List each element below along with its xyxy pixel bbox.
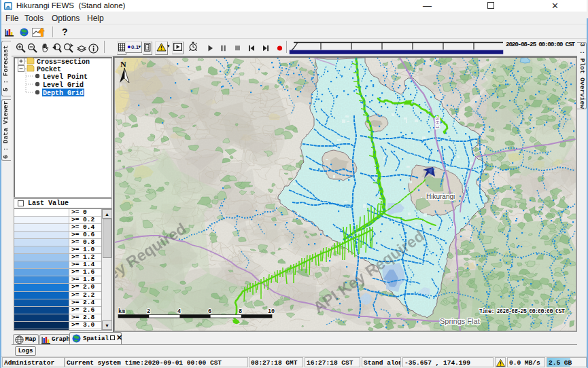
svg-text:km: km xyxy=(118,308,125,315)
svg-text:2: 2 xyxy=(147,308,150,315)
svg-text:Cross=section: Cross=section xyxy=(37,58,90,66)
svg-text:8: 8 xyxy=(239,308,242,315)
svg-text:Springs Flat: Springs Flat xyxy=(440,317,480,325)
svg-text:Hikurangi: Hikurangi xyxy=(426,193,455,200)
svg-text:6: 6 xyxy=(208,308,211,315)
svg-text:Time: 2020-08-25 00:00:00 CST: Time: 2020-08-25 00:00:00 CST xyxy=(479,308,565,315)
svg-text:2020-08-25 00:00:00 CST: 2020-08-25 00:00:00 CST xyxy=(506,41,575,48)
svg-text:10: 10 xyxy=(268,308,275,315)
svg-text:4: 4 xyxy=(177,308,181,315)
svg-text:Pocket: Pocket xyxy=(37,66,61,73)
svg-text:Level Point: Level Point xyxy=(43,73,88,81)
svg-text:Level Grid: Level Grid xyxy=(43,81,84,89)
svg-text:SH 1: SH 1 xyxy=(434,117,440,129)
svg-text:Depth Grid: Depth Grid xyxy=(43,90,84,97)
svg-text:N: N xyxy=(120,60,126,69)
